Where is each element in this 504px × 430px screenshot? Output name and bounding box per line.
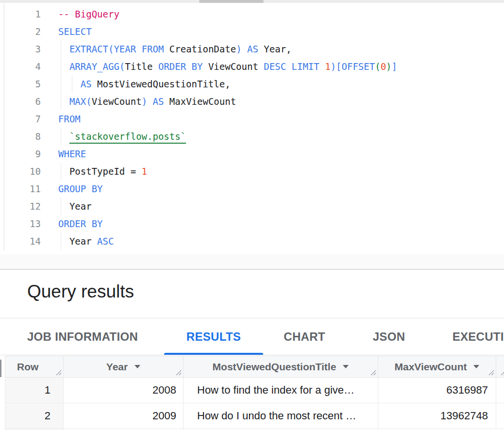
indent-guide — [61, 58, 61, 75]
code-text[interactable]: MAX(ViewCount) AS MaxViewCount — [41, 93, 504, 110]
tab-label: CHART — [284, 330, 325, 344]
code-text[interactable]: ARRAY_AGG(Title ORDER BY ViewCount DESC … — [41, 58, 504, 75]
token-kw: ( — [108, 44, 114, 54]
code-text[interactable]: ORDER BY — [41, 215, 504, 232]
token-kw: MAX — [69, 96, 86, 107]
column-menu-arrow-icon[interactable] — [343, 365, 349, 368]
token-kw: SELECT — [58, 26, 92, 37]
code-area[interactable]: 1-- BigQuery2SELECT3 EXTRACT(YEAR FROM C… — [0, 3, 504, 250]
token-kw: ORDER BY — [58, 218, 103, 229]
line-number: 7 — [0, 110, 41, 128]
code-line-5[interactable]: 5 AS MostViewedQuestionTitle, — [0, 75, 504, 93]
code-line-9[interactable]: 9WHERE — [0, 145, 504, 163]
column-header-label: MostViewedQuestionTitle — [213, 361, 336, 373]
column-header-label: Row — [17, 361, 38, 373]
code-text[interactable]: PostTypeId = 1 — [41, 163, 504, 180]
column-resize-grip-icon[interactable] — [487, 368, 494, 376]
code-text[interactable]: GROUP BY — [41, 180, 504, 198]
token-kw: AS — [247, 44, 258, 54]
editor-footer — [0, 254, 504, 270]
code-text[interactable]: Year ASC — [41, 232, 504, 250]
left-scroll-indicator — [0, 360, 1, 377]
column-header-label: MaxViewCount — [395, 361, 467, 373]
tab-label: JOB INFORMATION — [27, 330, 138, 344]
token-kw: AS — [81, 79, 92, 89]
code-line-2[interactable]: 2SELECT — [0, 23, 504, 40]
code-text[interactable]: EXTRACT(YEAR FROM CreationDate) AS Year, — [41, 40, 504, 58]
indent-guide — [61, 163, 61, 180]
code-line-4[interactable]: 4 ARRAY_AGG(Title ORDER BY ViewCount DES… — [0, 58, 504, 75]
horizontal-scrollbar[interactable] — [0, 0, 504, 3]
code-line-6[interactable]: 6 MAX(ViewCount) AS MaxViewCount — [0, 93, 504, 110]
code-text[interactable]: SELECT — [41, 23, 504, 40]
token-pln — [58, 131, 69, 142]
column-resize-grip-icon[interactable] — [174, 368, 182, 376]
token-pln — [58, 79, 81, 89]
token-pln: PostTypeId = — [58, 166, 142, 177]
code-line-3[interactable]: 3 EXTRACT(YEAR FROM CreationDate) AS Yea… — [0, 40, 504, 58]
line-number: 10 — [0, 163, 41, 180]
editor-left-border — [4, 3, 4, 251]
column-header-maxviewcount[interactable]: MaxViewCount — [378, 356, 496, 378]
token-kw: YEAR — [114, 44, 136, 54]
code-line-12[interactable]: 12 Year — [0, 198, 504, 215]
code-line-8[interactable]: 8 `stackoverflow.posts` — [0, 128, 504, 145]
token-kw: DESC — [264, 61, 286, 72]
token-kw: ARRAY_AGG — [69, 61, 119, 72]
tab-execution-details[interactable]: EXECUTION DETAILS — [441, 318, 504, 355]
code-line-1[interactable]: 1-- BigQuery — [0, 5, 504, 23]
code-text[interactable]: FROM — [41, 110, 504, 128]
tab-results[interactable]: RESULTS — [164, 318, 263, 355]
token-pln: Year, — [258, 44, 292, 54]
code-line-14[interactable]: 14 Year ASC — [0, 232, 504, 250]
code-text[interactable]: WHERE — [41, 145, 504, 163]
table-reference-link[interactable]: `stackoverflow.posts` — [69, 131, 186, 142]
tab-job-information[interactable]: JOB INFORMATION — [15, 318, 151, 355]
token-kw: ) — [142, 96, 147, 107]
column-header-year[interactable]: Year — [64, 356, 184, 378]
code-line-10[interactable]: 10 PostTypeId = 1 — [0, 163, 504, 180]
indent-guide — [61, 198, 61, 215]
code-line-7[interactable]: 7FROM — [0, 110, 504, 128]
column-header-cutoff — [496, 356, 504, 378]
code-text[interactable]: Year — [41, 198, 504, 215]
column-resize-grip-icon[interactable] — [54, 368, 62, 376]
query-results-title: Query results — [27, 281, 134, 302]
column-header-mostviewedquestiontitle[interactable]: MostViewedQuestionTitle — [184, 356, 378, 378]
code-line-13[interactable]: 13ORDER BY — [0, 215, 504, 232]
sql-editor[interactable]: 1-- BigQuery2SELECT3 EXTRACT(YEAR FROM C… — [0, 3, 504, 270]
tab-label: RESULTS — [186, 330, 241, 344]
scrollbar-thumb[interactable] — [199, 0, 264, 3]
token-kw: ] — [392, 61, 397, 72]
token-pln: Title — [125, 61, 158, 72]
code-line-11[interactable]: 11GROUP BY — [0, 180, 504, 198]
column-resize-grip-icon[interactable] — [499, 368, 504, 376]
token-pln — [186, 61, 191, 72]
indent-guide — [61, 232, 61, 250]
token-pln: MostViewedQuestionTitle, — [92, 79, 231, 89]
indent-guide — [61, 40, 61, 58]
bigquery-query-screen: 1-- BigQuery2SELECT3 EXTRACT(YEAR FROM C… — [0, 0, 504, 430]
line-number: 9 — [0, 145, 41, 163]
token-pln — [286, 61, 291, 72]
line-number: 11 — [0, 180, 41, 198]
line-number: 14 — [0, 232, 41, 250]
token-kw: ( — [119, 61, 125, 72]
token-pln — [136, 44, 141, 54]
token-grn: ( — [375, 61, 380, 72]
token-kw: ( — [86, 96, 91, 107]
code-text[interactable]: -- BigQuery — [41, 5, 504, 23]
column-menu-arrow-icon[interactable] — [134, 365, 140, 368]
token-kw: AS — [153, 96, 164, 107]
token-kw: )[ — [331, 61, 342, 72]
token-kw: LIMIT — [292, 61, 319, 72]
line-number: 6 — [0, 93, 41, 110]
tab-json[interactable]: JSON — [357, 318, 420, 355]
code-text[interactable]: AS MostViewedQuestionTitle, — [41, 75, 504, 93]
code-text[interactable]: `stackoverflow.posts` — [41, 128, 504, 145]
column-menu-arrow-icon[interactable] — [473, 365, 479, 368]
tab-chart[interactable]: CHART — [268, 318, 341, 355]
cell-year: 2008 — [64, 378, 184, 403]
cell-max-view-count: 6316987 — [378, 378, 496, 403]
column-resize-grip-icon[interactable] — [369, 368, 376, 376]
